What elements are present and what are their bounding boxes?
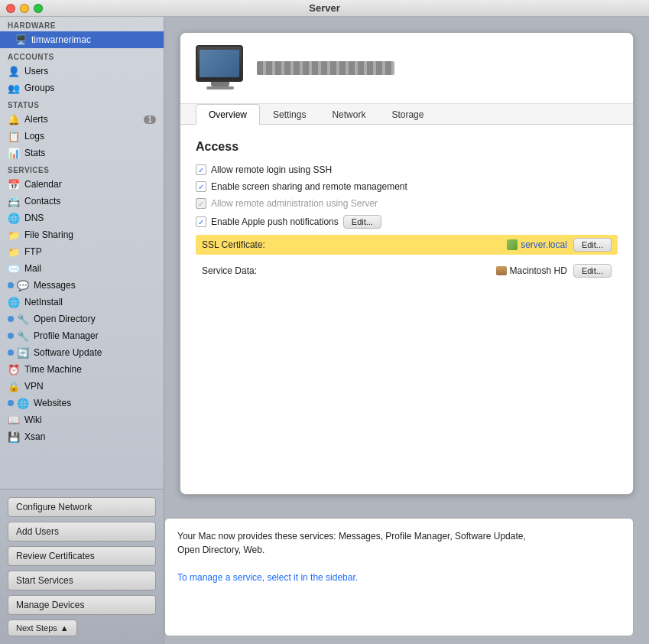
calendar-icon: 📅 [8, 178, 20, 190]
websites-icon: 🌐 [17, 397, 29, 409]
ftp-label: FTP [24, 246, 156, 257]
sidebar-item-dns[interactable]: 🌐 DNS [0, 210, 164, 226]
next-steps-icon: ▲ [60, 623, 69, 633]
calendar-label: Calendar [24, 179, 156, 190]
sidebar-item-filesharing[interactable]: 📁 File Sharing [0, 226, 164, 243]
computer-icon: 🖥️ [15, 34, 27, 45]
messages-label: Messages [34, 280, 156, 291]
contacts-icon: 📇 [8, 195, 20, 207]
softwareupdate-icon: 🔄 [17, 346, 29, 359]
checkbox-remoteadmin: ✓ Allow remote administration using Serv… [196, 198, 618, 209]
service-data-edit-button[interactable]: Edit... [573, 264, 612, 278]
tab-overview[interactable]: Overview [196, 104, 260, 125]
websites-label: Websites [34, 398, 156, 408]
checkbox-push-label: Enable Apple push notifications [211, 216, 339, 227]
content-area: Overview Settings Network Storage Access… [164, 17, 649, 644]
close-button[interactable] [6, 4, 15, 13]
filesharing-label: File Sharing [24, 229, 156, 240]
checkbox-ssh-icon: ✓ [196, 164, 206, 175]
manage-devices-button[interactable]: Manage Devices [8, 595, 156, 615]
stats-label: Stats [24, 148, 156, 158]
tab-storage[interactable]: Storage [378, 104, 436, 125]
server-card: Overview Settings Network Storage Access… [180, 32, 634, 495]
alerts-badge: 1 [144, 115, 156, 124]
status-section-label: STATUS [0, 96, 164, 111]
sidebar-item-stats[interactable]: 📊 Stats [0, 145, 164, 161]
sidebar-item-users[interactable]: 👤 Users [0, 63, 164, 80]
service-data-text: Macintosh HD [510, 265, 567, 276]
sidebar-item-websites[interactable]: 🌐 Websites [0, 395, 164, 411]
service-data-row: Service Data: Macintosh HD Edit... [196, 261, 618, 281]
users-label: Users [24, 66, 156, 76]
hardware-item-label: timwarnerimac [31, 34, 91, 45]
checkbox-push-icon: ✓ [196, 216, 206, 227]
checkbox-remoteadmin-icon: ✓ [196, 198, 206, 209]
ssl-cert-text: server.local [521, 239, 567, 250]
dns-icon: 🌐 [8, 212, 20, 224]
sidebar-item-contacts[interactable]: 📇 Contacts [0, 193, 164, 210]
tab-settings[interactable]: Settings [260, 104, 319, 125]
checkbox-remoteadmin-label: Allow remote administration using Server [211, 198, 378, 209]
sidebar-item-timemachine[interactable]: ⏰ Time Machine [0, 361, 164, 378]
stats-icon: 📊 [8, 147, 20, 159]
window-title: Server [309, 2, 339, 14]
sidebar-item-wiki[interactable]: 📖 Wiki [0, 411, 164, 428]
filesharing-icon: 📁 [8, 229, 20, 241]
sidebar-item-profilemanager[interactable]: 🔧 Profile Manager [0, 327, 164, 344]
next-steps-label: Next Steps [16, 623, 57, 633]
minimize-button[interactable] [20, 4, 29, 13]
groups-label: Groups [24, 83, 156, 93]
checkbox-screensharing-label: Enable screen sharing and remote managem… [211, 181, 407, 192]
sidebar-item-messages[interactable]: 💬 Messages [0, 277, 164, 294]
sidebar-item-softwareupdate[interactable]: 🔄 Software Update [0, 344, 164, 361]
checkbox-screensharing[interactable]: ✓ Enable screen sharing and remote manag… [196, 181, 618, 192]
profilemanager-dot [8, 333, 14, 339]
server-name-blurred [257, 61, 394, 75]
contacts-label: Contacts [24, 196, 156, 207]
add-users-button[interactable]: Add Users [8, 522, 156, 542]
sidebar-item-netinstall[interactable]: 🌐 NetInstall [0, 294, 164, 311]
start-services-button[interactable]: Start Services [8, 571, 156, 590]
ssl-edit-button[interactable]: Edit... [573, 238, 612, 252]
info-line-2: Open Directory, Web. [177, 543, 621, 557]
sidebar-item-logs[interactable]: 📋 Logs [0, 128, 164, 145]
review-certificates-button[interactable]: Review Certificates [8, 546, 156, 566]
tab-content: Access ✓ Allow remote login using SSH ✓ … [180, 125, 633, 302]
sidebar-item-opendirectory[interactable]: 🔧 Open Directory [0, 311, 164, 327]
sidebar-item-ftp[interactable]: 📁 FTP [0, 243, 164, 260]
info-line-4[interactable]: To manage a service, select it in the si… [177, 571, 621, 584]
profilemanager-icon: 🔧 [17, 330, 29, 342]
ssl-certificate-label: SSL Certificate: [202, 239, 501, 250]
server-header [180, 33, 633, 104]
checkbox-ssh-label: Allow remote login using SSH [211, 164, 332, 175]
softwareupdate-label: Software Update [34, 347, 156, 358]
next-steps-button[interactable]: Next Steps ▲ [8, 620, 77, 636]
sidebar-item-vpn[interactable]: 🔒 VPN [0, 378, 164, 395]
netinstall-icon: 🌐 [8, 296, 20, 308]
tab-network[interactable]: Network [319, 104, 378, 125]
checkbox-push[interactable]: ✓ Enable Apple push notifications Edit..… [196, 215, 618, 229]
info-panel: Your Mac now provides these services: Me… [164, 518, 634, 636]
vpn-label: VPN [24, 381, 156, 392]
wiki-icon: 📖 [8, 414, 20, 426]
sidebar-item-hardware[interactable]: 🖥️ timwarnerimac [0, 31, 164, 48]
ftp-icon: 📁 [8, 246, 20, 258]
sidebar-item-groups[interactable]: 👥 Groups [0, 80, 164, 96]
netinstall-label: NetInstall [24, 297, 156, 307]
alerts-icon: 🔔 [8, 113, 20, 125]
maximize-button[interactable] [34, 4, 43, 13]
sidebar-item-xsan[interactable]: 💾 Xsan [0, 428, 164, 445]
push-edit-button[interactable]: Edit... [343, 215, 381, 229]
checkbox-ssh[interactable]: ✓ Allow remote login using SSH [196, 164, 618, 175]
configure-network-button[interactable]: Configure Network [8, 497, 156, 517]
info-line-1: Your Mac now provides these services: Me… [177, 529, 621, 543]
sidebar-item-calendar[interactable]: 📅 Calendar [0, 176, 164, 193]
wiki-label: Wiki [24, 415, 156, 425]
disk-icon [496, 266, 507, 275]
sidebar-item-mail[interactable]: ✉️ Mail [0, 260, 164, 277]
timemachine-label: Time Machine [24, 364, 156, 375]
opendirectory-label: Open Directory [34, 314, 156, 324]
hardware-section-label: HARDWARE [0, 17, 164, 31]
checkbox-screensharing-icon: ✓ [196, 181, 206, 192]
sidebar-item-alerts[interactable]: 🔔 Alerts 1 [0, 111, 164, 128]
